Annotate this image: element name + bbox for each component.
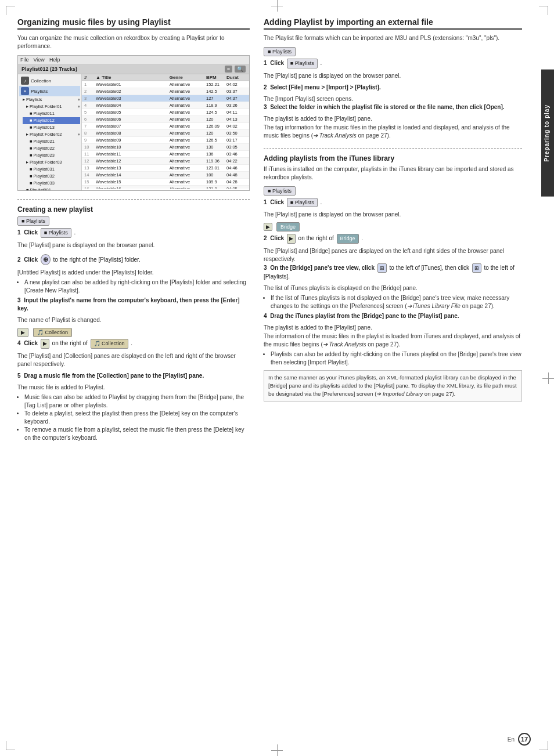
step4-expand-icon[interactable]: ▶ bbox=[17, 328, 28, 337]
import-step1-body: The [Playlist] pane is displayed on the … bbox=[264, 72, 522, 80]
toolbar-icon1[interactable]: ≡ bbox=[225, 66, 232, 73]
step4-coll-btn2[interactable]: 🎵 Collection bbox=[91, 339, 128, 349]
table-row: 1Wavetable01Alternative152.2104:02 bbox=[82, 81, 249, 88]
itunes-step4-bullet1: Playlists can also be added by right-cli… bbox=[271, 350, 522, 367]
itunes-playlists-img: ■ Playlists bbox=[264, 186, 522, 196]
screenshot-sidebar: ♪ Collection ≡ Playlists ▸ Playlists ● ▸… bbox=[18, 74, 82, 190]
step2-bullets: A new playlist can also be added by righ… bbox=[24, 278, 250, 295]
step2-body: [Untitled Playlist] is added under the [… bbox=[17, 269, 250, 277]
import-step1-container: ■ Playlists 1 Click ■ Playlists . The [P… bbox=[264, 47, 522, 80]
itunes-step4: 4 Drag the iTunes playlist from the [Bri… bbox=[264, 312, 522, 320]
step5-bullet2: To delete a playlist, select the playlis… bbox=[24, 410, 250, 426]
software-screenshot: File View Help Playlist012 (23 Tracks) ≡… bbox=[17, 55, 250, 191]
screenshot-body: ♪ Collection ≡ Playlists ▸ Playlists ● ▸… bbox=[18, 74, 249, 190]
table-body: 1Wavetable01Alternative152.2104:02 2Wave… bbox=[82, 81, 249, 189]
divider-creating bbox=[17, 199, 250, 200]
itunes-playlists-btn-img[interactable]: ■ Playlists bbox=[264, 186, 296, 196]
itunes-step2: 2 Click ▶ on the right of Bridge . bbox=[264, 234, 522, 244]
import-step3-body2: The tag information for the music files … bbox=[264, 124, 522, 140]
import-playlists-img: ■ Playlists bbox=[264, 47, 522, 56]
step1-container: ■ Playlists 1 Click ■ Playlists . The [P… bbox=[17, 216, 250, 249]
itunes-step4-body2: The information of the music files in th… bbox=[264, 332, 522, 349]
search-icon[interactable]: 🔍 bbox=[235, 66, 246, 73]
table-row: 2Wavetable02Alternative142.503:37 bbox=[82, 88, 249, 95]
table-row: 3Wavetable03Alternative12704:37 bbox=[82, 95, 249, 102]
table-row: 6Wavetable06Alternative12004:13 bbox=[82, 116, 249, 123]
import-title: Adding Playlist by importing an external… bbox=[264, 17, 522, 30]
sidebar-playlists[interactable]: ≡ Playlists bbox=[19, 86, 80, 96]
sidebar-collection[interactable]: ♪ Collection bbox=[19, 75, 80, 86]
itunes-step2-icons: ▶ Bridge bbox=[264, 222, 522, 231]
page-number: 17 bbox=[518, 733, 531, 746]
itunes-bridge-icon[interactable]: Bridge bbox=[276, 222, 300, 231]
table-row: 8Wavetable08Alternative12003:50 bbox=[82, 130, 249, 137]
col-header-dur: Durat bbox=[226, 75, 247, 80]
step3: 3 Input the playlist's name from the com… bbox=[17, 296, 250, 313]
playlists-btn[interactable]: ■ Playlists bbox=[17, 216, 49, 226]
itunes-track-link: ➔ Track Analysis bbox=[323, 341, 366, 348]
itunes-expand-btn[interactable]: ▶ bbox=[287, 234, 296, 244]
step4-collection-btn[interactable]: 🎵 Collection bbox=[33, 328, 72, 337]
screenshot-content: # ▲ Title Genre BPM Durat 1Wavetable01Al… bbox=[82, 74, 249, 190]
import-section: Adding Playlist by importing an external… bbox=[264, 17, 522, 140]
step5-container: 5 Drag a music file from the [Collection… bbox=[17, 372, 250, 442]
itunes-step3-body: The list of iTunes playlists is displaye… bbox=[264, 284, 522, 292]
right-column: Adding Playlist by importing an external… bbox=[264, 17, 522, 444]
step2-plus-btn[interactable]: ⊕ bbox=[41, 254, 51, 265]
itunes-title: Adding playlists from the iTunes library bbox=[264, 154, 522, 162]
step4-expand-btn[interactable]: ▶ bbox=[41, 339, 49, 349]
step3-body: The name of Playlist is changed. bbox=[17, 316, 250, 324]
en-label: En bbox=[508, 736, 515, 743]
import-track-analysis-link: ➔ Track Analysis bbox=[313, 132, 357, 139]
table-row: 9Wavetable09Alternative126.503:17 bbox=[82, 137, 249, 144]
import-step2-body: The [Import Playlist] screen opens. bbox=[264, 95, 522, 103]
step1-body: The [Playlist] pane is displayed on the … bbox=[17, 241, 250, 249]
table-row: 14Wavetable14Alternative10004:48 bbox=[82, 172, 249, 179]
step5-bullet3: To remove a music file from a playlist, … bbox=[24, 426, 250, 442]
menu-view[interactable]: View bbox=[34, 57, 45, 63]
table-row: 10Wavetable10Alternative13003:05 bbox=[82, 144, 249, 151]
divider-itunes bbox=[264, 148, 522, 149]
table-row: 16Wavetable16Alternative121.804:05 bbox=[82, 186, 249, 189]
playlists-button-img: ■ Playlists bbox=[17, 216, 250, 226]
col-header-bpm: BPM bbox=[206, 75, 226, 80]
step2: 2 Click ⊕ to the right of the [Playlists… bbox=[17, 254, 250, 265]
note-box: In the same manner as your iTunes playli… bbox=[264, 370, 522, 401]
itunes-step2-expand-icon[interactable]: ▶ bbox=[264, 223, 272, 231]
import-step2: 2 Select [File] menu > [Import] > [Playl… bbox=[264, 84, 522, 92]
menu-help[interactable]: Help bbox=[49, 57, 60, 63]
import-step1: 1 Click ■ Playlists . bbox=[264, 59, 522, 68]
import-playlists-btn-img[interactable]: ■ Playlists bbox=[264, 47, 296, 56]
itunes-expand-icon2[interactable]: ⊞ bbox=[472, 263, 481, 273]
import-playlists-btn[interactable]: ■ Playlists bbox=[287, 59, 318, 68]
step2-bullet1: A new playlist can also be added by righ… bbox=[24, 278, 250, 295]
import-step3: 3 Select the folder in which the playlis… bbox=[264, 103, 522, 111]
itunes-expand-icon1[interactable]: ⊞ bbox=[377, 263, 387, 273]
left-column: Organizing music files by using Playlist… bbox=[17, 17, 250, 444]
menu-file[interactable]: File bbox=[20, 57, 29, 63]
col-header-title: ▲ Title bbox=[96, 75, 170, 80]
sidebar-collection-label: Collection bbox=[31, 78, 51, 84]
itunes-section: Adding playlists from the iTunes library… bbox=[264, 154, 522, 401]
creating-title: Creating a new playlist bbox=[17, 205, 250, 214]
import-step3-body1: The playlist is added to the [Playlist] … bbox=[264, 115, 522, 123]
step5-bullet1: Music files can also be added to Playlis… bbox=[24, 393, 250, 410]
itunes-bridge-btn[interactable]: Bridge bbox=[337, 234, 359, 244]
table-row: 7Wavetable07Alternative126.0904:02 bbox=[82, 123, 249, 130]
screenshot-menubar: File View Help bbox=[18, 56, 249, 64]
step1-playlists-btn[interactable]: ■ Playlists bbox=[41, 228, 71, 238]
step4: 4 Click ▶ on the right of 🎵 Collection . bbox=[17, 339, 250, 349]
screenshot-titlebar: Playlist012 (23 Tracks) ≡ 🔍 bbox=[18, 64, 249, 74]
itunes-step1: 1 Click ■ Playlists . bbox=[264, 198, 522, 208]
table-header: # ▲ Title Genre BPM Durat bbox=[82, 74, 249, 81]
itunes-library-link: ➔ iTunes Library File bbox=[407, 303, 461, 309]
table-row: 13Wavetable13Alternative123.0104:46 bbox=[82, 165, 249, 172]
import-intro: The Playlist file formats which can be i… bbox=[264, 34, 522, 42]
itunes-step4-bullets: Playlists can also be added by right-cli… bbox=[271, 350, 522, 367]
main-title: Organizing music files by using Playlist bbox=[17, 17, 250, 30]
itunes-step2-body: The [Playlist] and [Bridge] panes are di… bbox=[264, 247, 522, 263]
itunes-step1-container: ■ Playlists 1 Click ■ Playlists . The [P… bbox=[264, 186, 522, 219]
itunes-intro: If iTunes is installed on the computer, … bbox=[264, 165, 522, 182]
step5-bullets: Music files can also be added to Playlis… bbox=[24, 393, 250, 442]
itunes-playlists-btn[interactable]: ■ Playlists bbox=[287, 198, 318, 208]
